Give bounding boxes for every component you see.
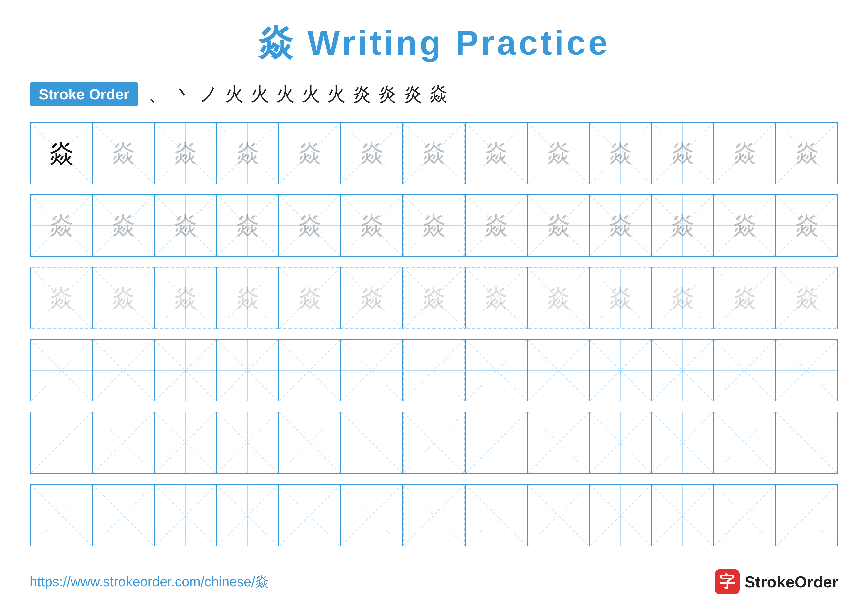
practice-char: 焱 xyxy=(112,141,135,165)
grid-cell[interactable]: 焱 xyxy=(341,194,403,256)
grid-cell[interactable]: 焱 xyxy=(154,122,217,184)
grid-cell[interactable] xyxy=(341,412,403,474)
grid-cell[interactable]: 焱 xyxy=(714,122,776,184)
grid-cell[interactable] xyxy=(527,412,589,474)
grid-cell[interactable]: 焱 xyxy=(92,194,154,256)
grid-cell[interactable]: 焱 xyxy=(30,122,92,184)
svg-line-93 xyxy=(466,340,527,401)
grid-cell[interactable] xyxy=(714,412,776,474)
grid-cell[interactable]: 焱 xyxy=(651,267,714,329)
grid-cell[interactable]: 焱 xyxy=(714,267,776,329)
grid-cell[interactable] xyxy=(154,412,217,474)
page-title: 焱 Writing Practice xyxy=(30,20,838,67)
grid-cell[interactable] xyxy=(92,484,154,546)
grid-cell[interactable] xyxy=(341,339,403,401)
grid-cell[interactable] xyxy=(403,484,465,546)
grid-cell[interactable]: 焱 xyxy=(403,122,465,184)
grid-cell[interactable] xyxy=(279,484,341,546)
stroke-char-3: 火 xyxy=(225,82,244,107)
grid-cell[interactable]: 焱 xyxy=(403,267,465,329)
grid-cell[interactable] xyxy=(30,412,92,474)
grid-cell[interactable]: 焱 xyxy=(279,194,341,256)
grid-cell[interactable] xyxy=(403,412,465,474)
practice-char: 焱 xyxy=(609,214,632,237)
grid-cell[interactable] xyxy=(714,339,776,401)
grid-cell[interactable] xyxy=(341,484,403,546)
grid-cell[interactable] xyxy=(217,339,279,401)
grid-cell[interactable] xyxy=(651,339,714,401)
grid-cell[interactable] xyxy=(589,484,651,546)
grid-cell[interactable]: 焱 xyxy=(92,267,154,329)
grid-cell[interactable] xyxy=(30,484,92,546)
grid-cell[interactable] xyxy=(217,412,279,474)
grid-cell[interactable] xyxy=(776,339,838,401)
stroke-char-11: 焱 xyxy=(429,82,448,107)
grid-cell[interactable]: 焱 xyxy=(776,194,838,256)
svg-line-144 xyxy=(466,485,527,546)
svg-line-135 xyxy=(155,485,216,546)
grid-cell[interactable]: 焱 xyxy=(589,194,651,256)
grid-cell[interactable]: 焱 xyxy=(403,194,465,256)
grid-cell[interactable]: 焱 xyxy=(279,267,341,329)
grid-cell[interactable]: 焱 xyxy=(776,267,838,329)
svg-line-118 xyxy=(466,412,527,473)
grid-cell[interactable] xyxy=(217,484,279,546)
grid-cell[interactable] xyxy=(527,339,589,401)
grid-cell[interactable]: 焱 xyxy=(527,122,589,184)
grid-cell[interactable]: 焱 xyxy=(651,122,714,184)
grid-cell[interactable]: 焱 xyxy=(217,267,279,329)
svg-line-154 xyxy=(776,485,837,546)
grid-cell[interactable]: 焱 xyxy=(589,267,651,329)
grid-cell[interactable] xyxy=(279,339,341,401)
grid-cell[interactable]: 焱 xyxy=(527,194,589,256)
grid-cell[interactable]: 焱 xyxy=(30,194,92,256)
grid-cell[interactable] xyxy=(589,412,651,474)
grid-cell[interactable]: 焱 xyxy=(465,267,527,329)
grid-cell[interactable] xyxy=(651,484,714,546)
grid-cell[interactable] xyxy=(30,339,92,401)
grid-cell[interactable]: 焱 xyxy=(776,122,838,184)
footer-url[interactable]: https://www.strokeorder.com/chinese/焱 xyxy=(30,573,269,591)
svg-line-149 xyxy=(590,485,651,546)
grid-cell[interactable]: 焱 xyxy=(217,122,279,184)
grid-cell[interactable] xyxy=(154,484,217,546)
grid-cell[interactable]: 焱 xyxy=(341,122,403,184)
grid-cell[interactable] xyxy=(465,412,527,474)
grid-cell[interactable]: 焱 xyxy=(154,267,217,329)
grid-cell[interactable] xyxy=(589,339,651,401)
grid-cell[interactable]: 焱 xyxy=(465,122,527,184)
grid-cell[interactable]: 焱 xyxy=(714,194,776,256)
grid-cell[interactable]: 焱 xyxy=(589,122,651,184)
grid-cell[interactable] xyxy=(154,339,217,401)
brand-icon: 字 xyxy=(715,569,739,594)
svg-line-84 xyxy=(217,340,278,401)
practice-char: 焱 xyxy=(547,141,570,165)
svg-line-134 xyxy=(155,485,216,546)
grid-cell[interactable] xyxy=(651,412,714,474)
grid-cell[interactable]: 焱 xyxy=(154,194,217,256)
grid-cell[interactable]: 焱 xyxy=(651,194,714,256)
grid-cell[interactable] xyxy=(92,412,154,474)
grid-cell[interactable] xyxy=(714,484,776,546)
grid-cell[interactable]: 焱 xyxy=(465,194,527,256)
grid-cell[interactable] xyxy=(465,484,527,546)
grid-cell[interactable] xyxy=(279,412,341,474)
grid-cell[interactable]: 焱 xyxy=(92,122,154,184)
svg-line-145 xyxy=(466,485,527,546)
grid-cell[interactable]: 焱 xyxy=(279,122,341,184)
grid-cell[interactable] xyxy=(527,484,589,546)
grid-cell[interactable] xyxy=(465,339,527,401)
svg-line-108 xyxy=(155,412,216,473)
grid-cell[interactable]: 焱 xyxy=(341,267,403,329)
grid-cell[interactable] xyxy=(776,412,838,474)
grid-cell[interactable]: 焱 xyxy=(217,194,279,256)
svg-line-143 xyxy=(403,485,465,546)
svg-line-139 xyxy=(279,485,340,546)
grid-cell[interactable]: 焱 xyxy=(30,267,92,329)
stroke-order-row: Stroke Order 、丶ノ火火火火火炎炎炎焱 xyxy=(30,82,838,107)
grid-cell[interactable] xyxy=(403,339,465,401)
svg-line-124 xyxy=(652,412,713,473)
grid-cell[interactable] xyxy=(776,484,838,546)
grid-cell[interactable]: 焱 xyxy=(527,267,589,329)
grid-cell[interactable] xyxy=(92,339,154,401)
